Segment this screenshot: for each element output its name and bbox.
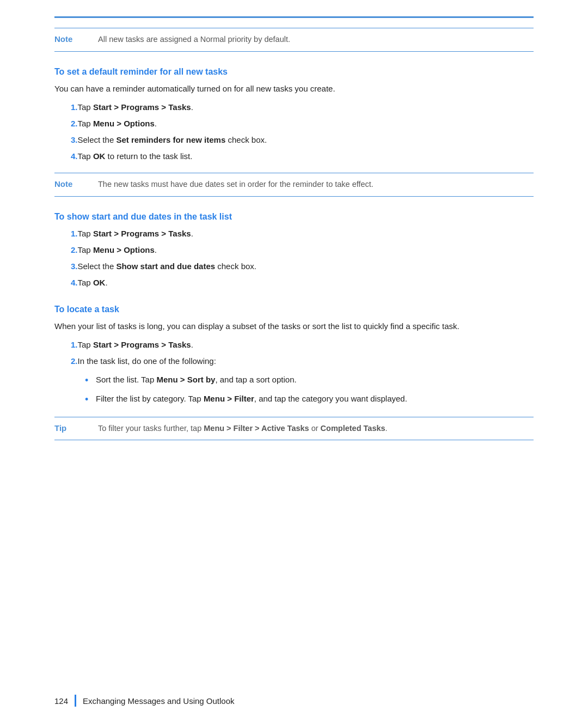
- step-content: Tap Menu > Options.: [78, 117, 534, 130]
- list-item: 1. Tap Start > Programs > Tasks.: [54, 101, 534, 114]
- list-item: 4. Tap OK.: [54, 276, 534, 289]
- note1-label: Note: [54, 34, 98, 46]
- footer-separator: [75, 695, 76, 707]
- step-content: Tap Start > Programs > Tasks.: [78, 338, 534, 351]
- page-container: Note All new tasks are assigned a Normal…: [0, 0, 588, 723]
- step-num: 2.: [54, 117, 78, 130]
- bullet-content: Filter the list by category. Tap Menu > …: [96, 392, 534, 405]
- section2-steps: 1. Tap Start > Programs > Tasks. 2. Tap …: [54, 227, 534, 289]
- step-content: Select the Set reminders for new items c…: [78, 133, 534, 147]
- step-num: 4.: [54, 276, 78, 289]
- list-item: 2. Tap Menu > Options.: [54, 117, 534, 130]
- step-num: 4.: [54, 150, 78, 163]
- step-content: Select the Show start and due dates chec…: [78, 260, 534, 273]
- tip-content: To filter your tasks further, tap Menu >…: [98, 423, 534, 435]
- step-content: Tap Start > Programs > Tasks.: [78, 101, 534, 114]
- section3-desc: When your list of tasks is long, you can…: [54, 320, 534, 333]
- step-content: In the task list, do one of the followin…: [78, 355, 534, 368]
- step-num: 1.: [54, 227, 78, 240]
- step-num: 3.: [54, 260, 78, 273]
- section1-steps: 1. Tap Start > Programs > Tasks. 2. Tap …: [54, 101, 534, 163]
- tip-label: Tip: [54, 423, 98, 435]
- section3-steps: 1. Tap Start > Programs > Tasks. 2. In t…: [54, 338, 534, 368]
- step-content: Tap Start > Programs > Tasks.: [78, 227, 534, 240]
- bullet-icon: •: [85, 373, 96, 388]
- section1-desc: You can have a reminder automatically tu…: [54, 82, 534, 95]
- list-item: 4. Tap OK to return to the task list.: [54, 150, 534, 163]
- step-num: 3.: [54, 133, 78, 147]
- section3-bullets: • Sort the list. Tap Menu > Sort by, and…: [85, 373, 534, 407]
- step-num: 1.: [54, 338, 78, 351]
- section1: To set a default reminder for all new ta…: [54, 67, 534, 163]
- section3-heading: To locate a task: [54, 305, 534, 314]
- step-num: 1.: [54, 101, 78, 114]
- tip-box: Tip To filter your tasks further, tap Me…: [54, 417, 534, 441]
- list-item: 2. In the task list, do one of the follo…: [54, 355, 534, 368]
- list-item: 1. Tap Start > Programs > Tasks.: [54, 227, 534, 240]
- step-content: Tap OK.: [78, 276, 534, 289]
- list-item: 2. Tap Menu > Options.: [54, 244, 534, 257]
- footer: 124 Exchanging Messages and Using Outloo…: [0, 695, 588, 707]
- top-rule: [54, 16, 534, 18]
- note2-label: Note: [54, 179, 98, 191]
- list-item: • Sort the list. Tap Menu > Sort by, and…: [85, 373, 534, 388]
- section2: To show start and due dates in the task …: [54, 212, 534, 289]
- section3: To locate a task When your list of tasks…: [54, 305, 534, 407]
- section1-heading: To set a default reminder for all new ta…: [54, 67, 534, 77]
- list-item: 3. Select the Show start and due dates c…: [54, 260, 534, 273]
- note2-box: Note The new tasks must have due dates s…: [54, 173, 534, 197]
- bullet-icon: •: [85, 392, 96, 407]
- step-content: Tap OK to return to the task list.: [78, 150, 534, 163]
- section2-heading: To show start and due dates in the task …: [54, 212, 534, 222]
- list-item: 3. Select the Set reminders for new item…: [54, 133, 534, 147]
- list-item: • Filter the list by category. Tap Menu …: [85, 392, 534, 407]
- list-item: 1. Tap Start > Programs > Tasks.: [54, 338, 534, 351]
- note1-box: Note All new tasks are assigned a Normal…: [54, 28, 534, 52]
- footer-page-num: 124: [54, 696, 68, 706]
- step-content: Tap Menu > Options.: [78, 244, 534, 257]
- footer-title: Exchanging Messages and Using Outlook: [83, 696, 235, 706]
- step-num: 2.: [54, 355, 78, 368]
- step-num: 2.: [54, 244, 78, 257]
- bullet-content: Sort the list. Tap Menu > Sort by, and t…: [96, 373, 534, 386]
- note2-content: The new tasks must have due dates set in…: [98, 179, 534, 191]
- note1-content: All new tasks are assigned a Normal prio…: [98, 34, 534, 46]
